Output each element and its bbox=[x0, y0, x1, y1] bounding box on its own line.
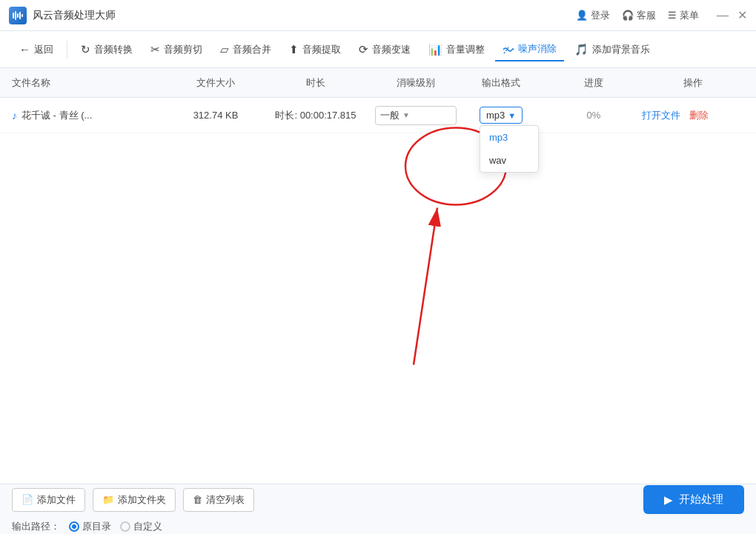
clear-list-button[interactable]: 🗑 清空列表 bbox=[183, 488, 254, 512]
service-button[interactable]: 🎧 客服 bbox=[622, 9, 656, 22]
radio-original-circle bbox=[69, 521, 79, 532]
svg-rect-3 bbox=[19, 12, 21, 19]
menu-icon: ☰ bbox=[668, 10, 677, 21]
cell-output-format: mp3 ▼ mp3 wav bbox=[457, 107, 546, 124]
table-header: 文件名称 文件大小 时长 消噪级别 输出格式 进度 操作 bbox=[0, 68, 756, 98]
clear-icon: 🗑 bbox=[193, 494, 202, 505]
svg-rect-4 bbox=[21, 14, 23, 17]
table-row: ♪ 花千诚 - 青丝 (... 312.74 KB 时长: 00:00:17.8… bbox=[0, 98, 756, 133]
annotation-svg bbox=[0, 98, 756, 484]
format-dropdown: mp3 wav bbox=[480, 125, 539, 173]
header-output-format: 输出格式 bbox=[457, 76, 546, 90]
delete-button[interactable]: 删除 bbox=[689, 109, 709, 122]
cell-duration: 时长: 00:00:17.815 bbox=[256, 109, 375, 122]
minimize-button[interactable]: — bbox=[717, 10, 729, 21]
radio-custom[interactable]: 自定义 bbox=[120, 520, 162, 533]
cell-action: 打开文件 删除 bbox=[642, 109, 744, 122]
add-folder-icon: 📁 bbox=[102, 494, 114, 505]
add-file-button[interactable]: 📄 添加文件 bbox=[12, 488, 85, 512]
radio-custom-circle bbox=[120, 521, 130, 532]
header-duration: 时长 bbox=[256, 76, 375, 90]
open-file-button[interactable]: 打开文件 bbox=[642, 109, 680, 122]
window-controls: — ✕ bbox=[717, 10, 747, 21]
header-action: 操作 bbox=[642, 76, 744, 90]
convert-icon: ↻ bbox=[81, 43, 90, 56]
format-option-wav[interactable]: wav bbox=[480, 149, 538, 172]
noise-select-arrow-icon: ▼ bbox=[402, 111, 410, 119]
app-icon bbox=[9, 7, 27, 24]
cell-noise-level: 一般 ▼ bbox=[375, 106, 457, 125]
noise-level-select[interactable]: 一般 ▼ bbox=[375, 106, 457, 125]
menu-button[interactable]: ☰ 菜单 bbox=[668, 9, 699, 22]
svg-line-7 bbox=[414, 208, 437, 365]
volume-icon: 📊 bbox=[428, 43, 442, 56]
format-select-button[interactable]: mp3 ▼ bbox=[480, 107, 523, 124]
svg-rect-0 bbox=[13, 13, 14, 19]
back-icon: ← bbox=[19, 43, 30, 56]
output-path-row: 输出路径： 原目录 自定义 bbox=[12, 520, 744, 533]
svg-rect-2 bbox=[17, 13, 19, 18]
back-button[interactable]: ← 返回 bbox=[12, 39, 61, 61]
add-bg-music-button[interactable]: 🎵 添加背景音乐 bbox=[567, 39, 657, 61]
noise-remove-button[interactable]: 噪声消除 bbox=[495, 37, 564, 61]
cell-filename: ♪ 花千诚 - 青丝 (... bbox=[12, 109, 175, 122]
music-icon: 🎵 bbox=[574, 43, 588, 56]
audio-extract-button[interactable]: ⬆ 音频提取 bbox=[282, 39, 348, 61]
main-content: ♪ 花千诚 - 青丝 (... 312.74 KB 时长: 00:00:17.8… bbox=[0, 98, 756, 484]
annotation-overlay bbox=[0, 98, 756, 484]
audio-cut-button[interactable]: ✂ 音频剪切 bbox=[143, 39, 210, 61]
format-select-arrow-icon: ▼ bbox=[508, 111, 516, 120]
header-filesize: 文件大小 bbox=[175, 76, 256, 90]
cut-icon: ✂ bbox=[150, 43, 160, 56]
title-left: 风云音频处理大师 bbox=[9, 7, 116, 24]
toolbar: ← 返回 ↻ 音频转换 ✂ 音频剪切 ▱ 音频合并 ⬆ 音频提取 ⟳ 音频变速 … bbox=[0, 31, 756, 68]
header-noise-level: 消噪级别 bbox=[375, 76, 457, 90]
header-progress: 进度 bbox=[546, 76, 642, 90]
speed-icon: ⟳ bbox=[359, 43, 368, 56]
add-folder-button[interactable]: 📁 添加文件夹 bbox=[93, 488, 176, 512]
radio-original[interactable]: 原目录 bbox=[69, 520, 111, 533]
action-buttons: 打开文件 删除 bbox=[642, 109, 744, 122]
play-icon: ▶ bbox=[664, 493, 673, 507]
add-file-icon: 📄 bbox=[21, 494, 33, 505]
header-filename: 文件名称 bbox=[12, 76, 175, 90]
toolbar-divider-1 bbox=[67, 41, 67, 59]
title-right: 👤 登录 🎧 客服 ☰ 菜单 — ✕ bbox=[576, 9, 747, 22]
service-icon: 🎧 bbox=[622, 10, 634, 21]
format-option-mp3[interactable]: mp3 bbox=[480, 126, 538, 149]
title-bar: 风云音频处理大师 👤 登录 🎧 客服 ☰ 菜单 — ✕ bbox=[0, 0, 756, 31]
bottom-bar: 📄 添加文件 📁 添加文件夹 🗑 清空列表 ▶ 开始处理 输出路径： 原目录 自… bbox=[0, 484, 756, 534]
extract-icon: ⬆ bbox=[289, 43, 299, 56]
cell-progress: 0% bbox=[546, 110, 642, 121]
app-title: 风云音频处理大师 bbox=[33, 9, 116, 22]
bottom-left-buttons: 📄 添加文件 📁 添加文件夹 🗑 清空列表 bbox=[12, 488, 254, 512]
cell-filesize: 312.74 KB bbox=[175, 110, 256, 121]
volume-adjust-button[interactable]: 📊 音量调整 bbox=[421, 39, 492, 61]
audio-convert-button[interactable]: ↻ 音频转换 bbox=[73, 39, 140, 61]
login-button[interactable]: 👤 登录 bbox=[576, 9, 610, 22]
merge-icon: ▱ bbox=[220, 43, 229, 56]
noise-icon bbox=[503, 41, 514, 55]
file-music-icon: ♪ bbox=[12, 110, 17, 121]
close-button[interactable]: ✕ bbox=[737, 10, 747, 21]
bottom-actions: 📄 添加文件 📁 添加文件夹 🗑 清空列表 ▶ 开始处理 bbox=[12, 485, 744, 514]
audio-merge-button[interactable]: ▱ 音频合并 bbox=[213, 39, 279, 61]
format-select-wrapper: mp3 ▼ mp3 wav bbox=[480, 107, 523, 124]
login-icon: 👤 bbox=[576, 10, 588, 21]
audio-speed-button[interactable]: ⟳ 音频变速 bbox=[351, 39, 418, 61]
svg-rect-1 bbox=[15, 11, 16, 20]
start-process-button[interactable]: ▶ 开始处理 bbox=[643, 485, 744, 514]
